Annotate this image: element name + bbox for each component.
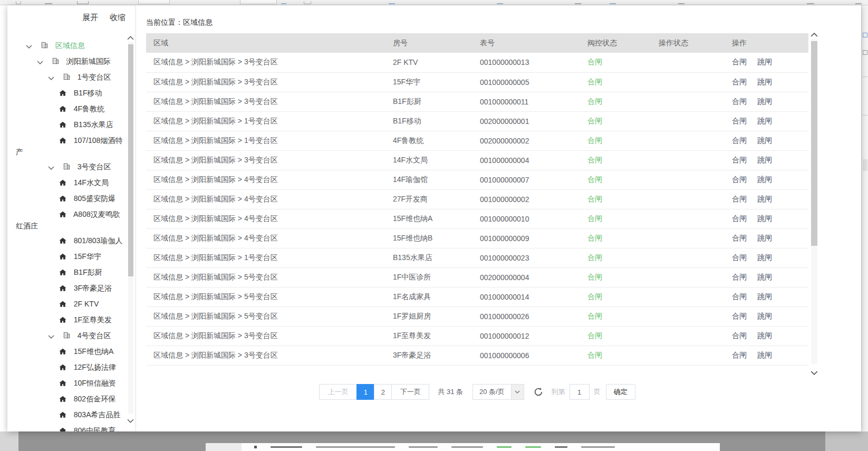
close-valve-button[interactable]: 合闸	[732, 117, 747, 125]
home-icon	[59, 104, 67, 115]
tree-item[interactable]: 1F至尊美发	[7, 312, 127, 328]
tree-item[interactable]: 3F帝豪足浴	[7, 281, 127, 296]
scroll-down-icon[interactable]	[127, 416, 134, 423]
cell-op-status	[651, 287, 725, 306]
expand-all-button[interactable]: 展开	[82, 13, 98, 23]
close-valve-button[interactable]: 合闸	[732, 136, 747, 145]
home-icon	[59, 236, 67, 247]
trip-valve-button[interactable]: 跳闸	[757, 175, 772, 184]
tree-item[interactable]: 4F鲁教统	[7, 101, 127, 117]
tree-item-label: B1F彭厨	[74, 268, 102, 276]
trip-valve-button[interactable]: 跳闸	[757, 234, 772, 242]
trip-valve-button[interactable]: 跳闸	[757, 57, 772, 66]
cell-region: 区域信息 > 浏阳新城国际 > 3号变台区	[146, 92, 385, 111]
tree-item[interactable]: 15F维也纳A	[7, 344, 127, 360]
close-valve-button[interactable]: 合闸	[732, 312, 747, 320]
goto-prefix: 到第	[552, 387, 565, 397]
trip-valve-button[interactable]: 跳闸	[757, 156, 772, 164]
close-valve-button[interactable]: 合闸	[732, 331, 747, 340]
trip-valve-button[interactable]: 跳闸	[757, 312, 772, 320]
tree-item[interactable]: 805盛安防爆	[7, 191, 127, 207]
tree-item[interactable]: 14F水文局	[7, 175, 127, 191]
trip-valve-button[interactable]: 跳闸	[757, 97, 772, 105]
breadcrumb-prefix: 当前位置：	[146, 18, 183, 26]
close-valve-button[interactable]: 合闸	[732, 292, 747, 301]
table-row: 区域信息 > 浏阳新城国际 > 5号变台区 1F名成家具 00100000001…	[146, 287, 808, 306]
tree-item-label: 3F帝豪足浴	[74, 284, 112, 292]
trip-valve-button[interactable]: 跳闸	[757, 273, 772, 281]
tree-item[interactable]: 802佰金环保	[7, 391, 127, 407]
refresh-button[interactable]	[534, 387, 543, 397]
tree-item[interactable]: B1F移动	[7, 85, 127, 101]
confirm-button[interactable]: 确定	[606, 384, 635, 400]
scroll-up-icon[interactable]	[127, 33, 134, 40]
close-valve-button[interactable]: 合闸	[732, 351, 747, 359]
close-valve-button[interactable]: 合闸	[732, 234, 747, 242]
close-valve-button[interactable]: 合闸	[732, 195, 747, 203]
tree-item[interactable]: B1F彭厨	[7, 265, 127, 281]
scroll-up-icon[interactable]	[811, 30, 818, 37]
cell-op-status	[651, 306, 725, 326]
trip-valve-button[interactable]: 跳闸	[757, 117, 772, 125]
trip-valve-button[interactable]: 跳闸	[757, 214, 772, 223]
tree-item[interactable]: 1号变台区	[7, 70, 127, 85]
scroll-thumb[interactable]	[811, 41, 817, 246]
tree-item[interactable]: 浏阳新城国际	[7, 54, 127, 70]
scroll-down-icon[interactable]	[811, 368, 818, 376]
cell-actions: 合闸 跳闸	[725, 53, 808, 72]
page-2-button[interactable]: 2	[374, 384, 392, 400]
tree-item[interactable]: 12F弘扬法律	[7, 360, 127, 376]
tree-item[interactable]: 806中民教育	[7, 423, 127, 431]
close-valve-button[interactable]: 合闸	[732, 273, 747, 281]
prev-page-button[interactable]: 上一页	[319, 384, 357, 400]
tree-item[interactable]: 107/108烟酒特产	[7, 133, 127, 159]
trip-valve-button[interactable]: 跳闸	[757, 292, 772, 301]
chevron-down-icon[interactable]	[48, 331, 55, 341]
trip-valve-button[interactable]: 跳闸	[757, 195, 772, 203]
close-valve-button[interactable]: 合闸	[732, 253, 747, 262]
page-size-value: 20 条/页	[473, 385, 511, 399]
close-valve-button[interactable]: 合闸	[732, 156, 747, 164]
table-row: 区域信息 > 浏阳新城国际 > 1号变台区 B135水果店 0010000000…	[146, 248, 808, 267]
close-valve-button[interactable]: 合闸	[732, 175, 747, 184]
table-scrollbar[interactable]	[810, 30, 819, 376]
tree-item[interactable]: A808汉麦鸣歌红酒庄	[7, 207, 127, 233]
close-valve-button[interactable]: 合闸	[732, 97, 747, 105]
tree-item[interactable]: 803A希吉品胜	[7, 407, 127, 423]
cell-region: 区域信息 > 浏阳新城国际 > 4号变台区	[146, 228, 385, 248]
cell-meter: 001000000002	[472, 189, 580, 209]
scroll-thumb[interactable]	[128, 44, 133, 276]
tree-item[interactable]: 区域信息	[7, 38, 127, 54]
cell-meter: 001000000014	[472, 287, 580, 306]
main-content: 当前位置：区域信息 区域 房号 表号 阀控状态 操作状态 操作	[136, 5, 861, 431]
chevron-down-icon[interactable]	[511, 385, 524, 399]
next-page-button[interactable]: 下一页	[391, 384, 429, 400]
collapse-all-button[interactable]: 收缩	[110, 13, 126, 23]
trip-valve-button[interactable]: 跳闸	[757, 78, 772, 86]
trip-valve-button[interactable]: 跳闸	[757, 351, 772, 359]
trip-valve-button[interactable]: 跳闸	[757, 136, 772, 145]
tree-item[interactable]: B135水果店	[7, 117, 127, 133]
page-size-select[interactable]: 20 条/页	[472, 384, 524, 400]
tree-item[interactable]: 2F KTV	[7, 296, 127, 312]
page-1-button[interactable]: 1	[356, 384, 374, 400]
sidebar-scrollbar[interactable]	[127, 33, 134, 424]
trip-valve-button[interactable]: 跳闸	[757, 253, 772, 262]
trip-valve-button[interactable]: 跳闸	[757, 331, 772, 340]
chevron-down-icon[interactable]	[48, 72, 55, 83]
close-valve-button[interactable]: 合闸	[732, 78, 747, 86]
tree-item[interactable]: 4号变台区	[7, 328, 127, 344]
tree-item[interactable]: 3号变台区	[7, 159, 127, 175]
chevron-down-icon[interactable]	[37, 56, 44, 67]
home-icon	[59, 89, 67, 99]
tree-item-label: 区域信息	[55, 41, 85, 50]
chevron-down-icon[interactable]	[26, 41, 33, 51]
tree-item[interactable]: 10F恒信融资	[7, 376, 127, 391]
close-valve-button[interactable]: 合闸	[732, 57, 747, 66]
close-valve-button[interactable]: 合闸	[732, 214, 747, 223]
tree-item[interactable]: 801/803瑜伽人	[7, 233, 127, 249]
chevron-down-icon[interactable]	[48, 162, 55, 172]
tree-item-label: 803A希吉品胜	[74, 410, 121, 419]
tree-item[interactable]: 15F华宇	[7, 249, 127, 265]
goto-page-input[interactable]	[570, 384, 590, 400]
